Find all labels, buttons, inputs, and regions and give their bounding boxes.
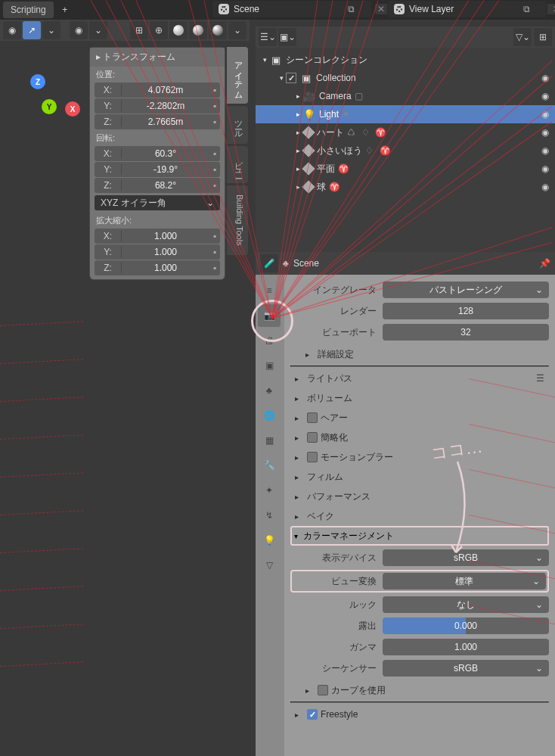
tab-particle[interactable]: ✦ bbox=[258, 479, 281, 502]
tab-item[interactable]: アイテム bbox=[227, 47, 248, 104]
visibility-icon[interactable]: ◉ bbox=[541, 127, 549, 138]
scene-name: Scene bbox=[234, 4, 259, 14]
pin-button[interactable]: 📌 bbox=[539, 258, 550, 269]
display-mode-dropdown[interactable]: ☰⌄ bbox=[259, 28, 277, 46]
tab-scene[interactable]: ♣ bbox=[258, 379, 281, 402]
visibility-icon[interactable]: ◉ bbox=[541, 91, 549, 101]
view-transform-dropdown[interactable]: 標準 bbox=[383, 573, 546, 590]
editor-type-dropdown[interactable]: 🧪 bbox=[260, 254, 278, 272]
integrator-dropdown[interactable]: パストレーシング bbox=[383, 282, 549, 298]
shading-solid[interactable] bbox=[169, 21, 188, 39]
viewlayer-name: View Layer bbox=[409, 4, 454, 14]
rotation-z[interactable]: Z:68.2°▪ bbox=[95, 178, 220, 193]
sun-icon: ☀ bbox=[342, 109, 352, 120]
modifier-icons: ♈ bbox=[329, 182, 342, 192]
collection-checkbox[interactable] bbox=[286, 73, 296, 83]
panel-performance[interactable]: ▸パフォーマンス bbox=[290, 487, 549, 506]
scale-z[interactable]: Z:1.000▪ bbox=[95, 260, 220, 275]
close-icon[interactable]: ✕ bbox=[550, 4, 555, 14]
tab-world[interactable]: 🌐 bbox=[258, 404, 281, 427]
panel-simplify[interactable]: ▸簡略化 bbox=[290, 428, 549, 447]
shading-options[interactable]: ⌄ bbox=[228, 21, 246, 39]
look-dropdown[interactable]: なし bbox=[383, 596, 549, 613]
axis-x[interactable]: X bbox=[65, 101, 80, 117]
exposure-slider[interactable]: 0.000 bbox=[383, 618, 549, 634]
add-workspace-button[interactable]: + bbox=[57, 2, 73, 18]
n-panel-tabs: アイテム ツール ビュー Building Tools bbox=[227, 47, 248, 255]
look-label: ルック bbox=[290, 599, 383, 611]
hair-checkbox[interactable] bbox=[307, 412, 318, 423]
outliner-item-heart[interactable]: ▸ ハート♺ ♢ ♈◉ bbox=[256, 123, 555, 142]
viewport-label: ビューポート bbox=[290, 326, 383, 339]
mblur-checkbox[interactable] bbox=[307, 452, 318, 462]
panel-hair[interactable]: ▸ヘアー bbox=[290, 408, 549, 428]
proportional-button[interactable]: ◉ bbox=[70, 21, 88, 39]
view-transform-label: ビュー変換 bbox=[293, 575, 383, 588]
scene-selector[interactable]: Scene ⧉ bbox=[212, 0, 372, 18]
tab-constraint[interactable]: 💡 bbox=[258, 529, 281, 552]
tab-viewlayer[interactable]: ▣ bbox=[258, 354, 281, 377]
tab-data[interactable]: ▽ bbox=[258, 554, 281, 577]
tab-view[interactable]: ビュー bbox=[227, 146, 248, 183]
axis-y[interactable]: Y bbox=[42, 99, 57, 114]
properties-tabs: ≡ 📷 🖨 ▣ ♣ 🌐 ▦ 🔧 ✦ ↯ 💡 ▽ bbox=[256, 275, 284, 756]
tab-modifier[interactable]: 🔧 bbox=[258, 454, 281, 477]
tab-object[interactable]: ▦ bbox=[258, 429, 281, 452]
scale-y[interactable]: Y:1.000▪ bbox=[95, 244, 220, 260]
display-device-dropdown[interactable]: sRGB bbox=[383, 549, 549, 566]
panel-use-curves[interactable]: ▸カーブを使用 bbox=[290, 680, 549, 700]
image-dropdown[interactable]: ▣⌄ bbox=[278, 28, 296, 46]
outliner-header: ☰⌄ ▣⌄ ▽⌄ ⊞ bbox=[256, 26, 555, 48]
scale-x[interactable]: X:1.000▪ bbox=[95, 229, 220, 244]
axis-z[interactable]: Z bbox=[30, 74, 45, 89]
modifier-icons: ♈ bbox=[338, 163, 351, 174]
scale-label: 拡大縮小: bbox=[90, 213, 225, 229]
simplify-checkbox[interactable] bbox=[307, 432, 318, 443]
filter-button[interactable]: ▽⌄ bbox=[513, 28, 532, 46]
properties-content: インテグレータパストレーシング レンダー128 ビューポート32 ▸詳細設定 ▸… bbox=[284, 275, 555, 756]
layers-icon bbox=[394, 4, 405, 14]
scene-icon bbox=[219, 4, 229, 14]
rotation-mode-dropdown[interactable]: XYZ オイラー角⌄ bbox=[95, 195, 220, 210]
render-samples-field[interactable]: 128 bbox=[383, 303, 549, 319]
new-collection-button[interactable]: ⊞ bbox=[534, 28, 552, 46]
visibility-icon[interactable]: ◉ bbox=[541, 145, 549, 156]
camera-icon: ▢ bbox=[355, 91, 364, 101]
scene-collection-row[interactable]: ▾▣シーンコレクション bbox=[256, 51, 555, 69]
viewport-samples-field[interactable]: 32 bbox=[383, 324, 549, 341]
panel-color-management-highlighted[interactable]: ▾カラーマネージメント bbox=[290, 526, 549, 546]
outliner-item-sphere[interactable]: ▸ 球♈◉ bbox=[256, 178, 555, 196]
collection-row[interactable]: ▾▣Collection◉ bbox=[256, 69, 555, 87]
link-icon[interactable]: ⧉ bbox=[523, 4, 530, 14]
tab-physics[interactable]: ↯ bbox=[258, 504, 281, 527]
sequencer-label: シーケンサー bbox=[290, 662, 383, 675]
properties-editor: 🧪 ♣ Scene 📌 ≡ 📷 🖨 ▣ ♣ 🌐 ▦ 🔧 ✦ ↯ 💡 ▽ インテグ… bbox=[256, 252, 555, 756]
link-icon[interactable]: ⧉ bbox=[348, 4, 355, 14]
shading-wire[interactable]: ⊕ bbox=[150, 21, 168, 39]
snap-options[interactable]: ⌄ bbox=[42, 21, 60, 39]
view-transform-row-highlighted: ビュー変換 標準 bbox=[290, 570, 549, 593]
panel-volume[interactable]: ▸ボリューム bbox=[290, 388, 549, 408]
workspace-tab-scripting[interactable]: Scripting bbox=[3, 2, 54, 18]
visibility-icon[interactable]: ◉ bbox=[541, 182, 549, 192]
panel-advanced[interactable]: ▸詳細設定 bbox=[290, 344, 549, 364]
modifier-icons: ♺ ♢ ♈ bbox=[347, 127, 388, 138]
outliner-tree: ▾▣シーンコレクション ▾▣Collection◉ ▸🎥Camera▢◉ ▸💡L… bbox=[256, 48, 555, 199]
freestyle-checkbox[interactable] bbox=[307, 709, 318, 720]
overlay-toggle[interactable]: ◉ bbox=[3, 21, 21, 39]
gamma-label: ガンマ bbox=[290, 641, 383, 654]
list-icon[interactable]: ☰ bbox=[536, 373, 544, 384]
curves-checkbox[interactable] bbox=[318, 685, 328, 695]
nav-gizmo[interactable]: Z Y X bbox=[15, 73, 83, 141]
location-x[interactable]: X:4.0762m▪ bbox=[95, 82, 220, 98]
rotation-label: 回転: bbox=[90, 130, 225, 146]
gamma-field[interactable]: 1.000 bbox=[383, 639, 549, 655]
panel-film[interactable]: ▸フィルム bbox=[290, 467, 549, 487]
visibility-icon[interactable]: ◉ bbox=[541, 163, 549, 174]
panel-lightpaths[interactable]: ▸ライトパス☰ bbox=[290, 369, 549, 388]
panel-freestyle[interactable]: ▸Freestyle bbox=[290, 705, 549, 724]
tab-output2[interactable]: 🖨 bbox=[258, 329, 281, 352]
sequencer-dropdown[interactable]: sRGB bbox=[383, 660, 549, 677]
snap-button[interactable]: ↗ bbox=[23, 21, 41, 39]
panel-motionblur[interactable]: ▸モーションブラー bbox=[290, 447, 549, 467]
